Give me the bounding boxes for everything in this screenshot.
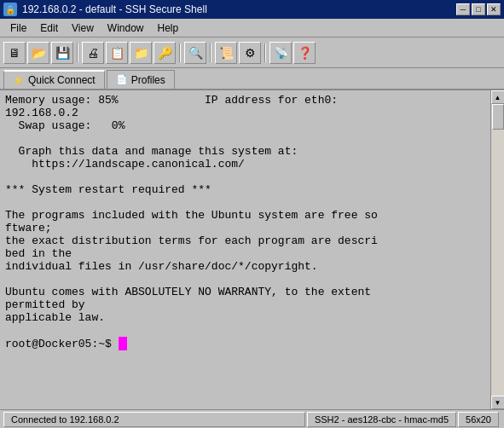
scroll-down-button[interactable]: ▼ bbox=[491, 396, 505, 409]
menu-edit[interactable]: Edit bbox=[33, 20, 65, 36]
toolbar-sftp[interactable]: 📁 bbox=[130, 42, 152, 64]
minimize-button[interactable]: ─ bbox=[456, 3, 470, 15]
menu-help[interactable]: Help bbox=[151, 20, 186, 36]
close-button[interactable]: ✕ bbox=[487, 3, 501, 15]
profiles-label: Profiles bbox=[131, 74, 165, 86]
toolbar-open[interactable]: 📂 bbox=[27, 42, 49, 64]
toolbar-help[interactable]: ❓ bbox=[293, 42, 316, 64]
window-title: 192.168.0.2 - default - SSH Secure Shell bbox=[22, 3, 207, 15]
scroll-up-button[interactable]: ▲ bbox=[491, 90, 505, 104]
menu-window[interactable]: Window bbox=[101, 20, 151, 36]
toolbar-sep3 bbox=[210, 43, 211, 62]
status-encryption: SSH2 - aes128-cbc - hmac-md5 bbox=[307, 412, 456, 427]
scrollbar[interactable]: ▲ ▼ bbox=[490, 90, 504, 409]
toolbar-ftp[interactable]: 📡 bbox=[269, 42, 292, 64]
menu-bar: File Edit View Window Help bbox=[0, 19, 504, 38]
menu-file[interactable]: File bbox=[3, 20, 33, 36]
maximize-button[interactable]: □ bbox=[472, 3, 485, 15]
tab-quickconnect[interactable]: ⚡ Quick Connect bbox=[3, 70, 105, 89]
toolbar-new[interactable]: 🖥 bbox=[3, 42, 26, 64]
toolbar-settings[interactable]: ⚙ bbox=[239, 42, 261, 64]
toolbar-sep2 bbox=[179, 43, 181, 62]
toolbar-print[interactable]: 🖨 bbox=[82, 42, 104, 64]
status-connection: Connected to 192.168.0.2 bbox=[3, 412, 305, 427]
title-bar-left: 🔒 192.168.0.2 - default - SSH Secure She… bbox=[3, 3, 207, 16]
quickconnect-icon: ⚡ bbox=[13, 75, 25, 86]
status-bar: Connected to 192.168.0.2 SSH2 - aes128-c… bbox=[0, 409, 504, 428]
size-text: 56x20 bbox=[466, 414, 491, 425]
quickconnect-label: Quick Connect bbox=[28, 74, 96, 86]
title-bar: 🔒 192.168.0.2 - default - SSH Secure She… bbox=[0, 0, 504, 19]
scroll-thumb[interactable] bbox=[492, 104, 504, 130]
profiles-icon: 📄 bbox=[116, 74, 128, 85]
app-icon: 🔒 bbox=[3, 3, 17, 16]
terminal-container: Memory usage: 85% IP address for eth0: 1… bbox=[0, 90, 504, 409]
encryption-text: SSH2 - aes128-cbc - hmac-md5 bbox=[315, 414, 449, 425]
toolbar-sep4 bbox=[264, 43, 266, 62]
window-controls[interactable]: ─ □ ✕ bbox=[456, 3, 501, 15]
status-size: 56x20 bbox=[458, 412, 499, 427]
terminal-cursor bbox=[119, 337, 127, 350]
toolbar-sep1 bbox=[77, 43, 78, 62]
tab-bar: ⚡ Quick Connect 📄 Profiles bbox=[0, 68, 504, 90]
terminal-output[interactable]: Memory usage: 85% IP address for eth0: 1… bbox=[0, 90, 490, 409]
menu-view[interactable]: View bbox=[65, 20, 101, 36]
scroll-track[interactable] bbox=[491, 104, 504, 396]
toolbar: 🖥 📂 💾 🖨 📋 📁 🔑 🔍 📜 ⚙ 📡 ❓ bbox=[0, 38, 504, 68]
toolbar-search[interactable]: 🔍 bbox=[184, 42, 206, 64]
toolbar-cert[interactable]: 📜 bbox=[215, 42, 237, 64]
connection-text: Connected to 192.168.0.2 bbox=[11, 414, 119, 425]
toolbar-keygen[interactable]: 🔑 bbox=[154, 42, 176, 64]
toolbar-transfer[interactable]: 📋 bbox=[106, 42, 128, 64]
toolbar-save[interactable]: 💾 bbox=[51, 42, 73, 64]
tab-profiles[interactable]: 📄 Profiles bbox=[107, 70, 175, 89]
